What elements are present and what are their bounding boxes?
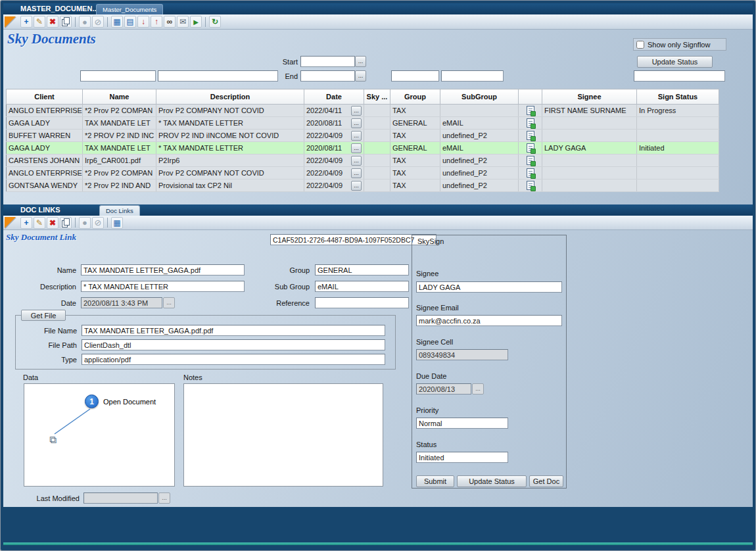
column-header-doc[interactable] xyxy=(519,89,542,105)
last-modified-picker-button[interactable]: ... xyxy=(158,492,170,504)
column-header-signee[interactable]: Signee xyxy=(542,89,637,105)
notes-textarea[interactable] xyxy=(183,383,383,487)
column-header-client[interactable]: Client xyxy=(7,89,83,105)
grid-view-icon[interactable]: ▦ xyxy=(111,16,123,28)
column-header-name[interactable]: Name xyxy=(83,89,156,105)
signee-cell-input[interactable] xyxy=(416,349,508,360)
column-header-group[interactable]: Group xyxy=(390,89,440,105)
accept-icon[interactable]: ● xyxy=(79,217,91,229)
copy-document-icon[interactable]: ⧉ xyxy=(49,434,57,446)
edit-icon[interactable]: ✎ xyxy=(34,217,45,229)
end-date-picker-button[interactable]: ... xyxy=(355,70,366,82)
annotation-connector-line xyxy=(51,408,94,437)
open-document-icon[interactable] xyxy=(527,106,534,115)
date-picker-button[interactable]: ... xyxy=(351,181,362,191)
date-picker-button[interactable]: ... xyxy=(351,106,362,116)
copy-icon[interactable] xyxy=(60,16,72,28)
tab-master-documents[interactable]: Master_Documents xyxy=(96,4,163,14)
table-row[interactable]: BUFFET WARREN *2 PROV P2 IND INC PROV P2… xyxy=(7,130,719,142)
cell-doc xyxy=(519,130,542,142)
open-document-icon[interactable] xyxy=(527,181,534,190)
cell-subgroup: eMAIL xyxy=(440,117,519,130)
table-row[interactable]: ANGLO ENTERPRISE *2 Prov P2 COMPAN Prov … xyxy=(7,105,719,117)
open-document-icon[interactable] xyxy=(527,118,534,128)
cancel-icon[interactable]: ⊘ xyxy=(92,217,104,229)
refresh-icon[interactable]: ↻ xyxy=(209,16,221,28)
date-picker-button[interactable]: ... xyxy=(351,168,362,178)
cell-group: GENERAL xyxy=(390,117,440,130)
end-date-input[interactable] xyxy=(300,70,355,82)
table-row[interactable]: GAGA LADY TAX MANDATE LET * TAX MANDATE … xyxy=(7,117,719,130)
description-input[interactable] xyxy=(81,281,245,292)
name-input[interactable] xyxy=(81,264,245,276)
update-status-button[interactable]: Update Status xyxy=(637,56,713,68)
tab-doc-links[interactable]: Doc Links xyxy=(99,205,140,216)
get-file-button[interactable]: Get File xyxy=(21,310,66,321)
table-row[interactable]: GONTSANA WENDY *2 Prov P2 IND AND Provis… xyxy=(7,180,719,192)
new-document-icon[interactable]: + xyxy=(20,16,32,28)
date-input[interactable] xyxy=(81,297,162,308)
table-row[interactable]: ANGLO ENTERPRISE *2 Prov P2 COMPAN Prov … xyxy=(7,167,719,180)
date-picker-button[interactable]: ... xyxy=(351,118,362,128)
file-name-input[interactable] xyxy=(82,325,385,336)
column-header-date[interactable]: Date xyxy=(304,89,364,105)
edit-icon[interactable]: ✎ xyxy=(34,16,45,28)
cell-date: 2020/08/11... xyxy=(304,117,364,130)
reference-input[interactable] xyxy=(315,297,409,308)
column-header-sky[interactable]: Sky ... xyxy=(364,89,390,105)
date-picker-button[interactable]: ... xyxy=(351,156,362,166)
date-picker-button[interactable]: ... xyxy=(351,143,362,153)
new-document-icon[interactable]: + xyxy=(20,217,32,229)
last-modified-input[interactable] xyxy=(83,492,158,504)
send-icon[interactable]: ▶ xyxy=(190,16,202,28)
signflow-group: Show only Signflow xyxy=(633,38,726,51)
column-header-subgroup[interactable]: SubGroup xyxy=(440,89,519,105)
grid-view-icon[interactable]: ▦ xyxy=(111,217,123,229)
filter-signstatus-input[interactable] xyxy=(634,70,725,82)
cell-sky xyxy=(364,117,390,130)
file-path-input[interactable] xyxy=(82,339,385,350)
priority-input[interactable] xyxy=(416,418,508,429)
due-date-picker-button[interactable]: ... xyxy=(472,383,484,395)
date-value: 2022/04/09 xyxy=(306,132,343,139)
filter-name-input[interactable] xyxy=(80,70,156,82)
type-input[interactable] xyxy=(82,354,385,365)
find-icon[interactable]: ∞ xyxy=(164,16,176,28)
open-document-icon[interactable] xyxy=(527,156,534,165)
open-document-icon[interactable] xyxy=(527,131,534,140)
start-date-picker-button[interactable]: ... xyxy=(355,56,366,67)
status-input[interactable] xyxy=(416,452,508,463)
column-header-sign-status[interactable]: Sign Status xyxy=(637,89,719,105)
subgroup-input[interactable] xyxy=(315,281,409,292)
cell-sign-status xyxy=(637,130,719,142)
open-document-icon[interactable] xyxy=(527,143,534,153)
skysign-update-status-button[interactable]: Update Status xyxy=(457,475,527,487)
filter-description-input[interactable] xyxy=(158,70,278,82)
open-document-icon[interactable] xyxy=(527,168,534,178)
submit-button[interactable]: Submit xyxy=(416,475,454,487)
accept-icon[interactable]: ● xyxy=(79,16,91,28)
import-icon[interactable]: ↑ xyxy=(151,16,162,28)
delete-icon[interactable]: ✖ xyxy=(47,16,59,28)
card-view-icon[interactable]: ▤ xyxy=(124,16,136,28)
data-dropzone[interactable]: 1 Open Document ⧉ xyxy=(24,383,175,487)
date-picker-button[interactable]: ... xyxy=(351,131,362,141)
filter-subgroup-input[interactable] xyxy=(441,70,504,82)
group-input[interactable] xyxy=(315,264,409,276)
copy-icon[interactable] xyxy=(60,217,72,229)
mail-icon[interactable]: ✉ xyxy=(177,16,189,28)
show-only-signflow-checkbox[interactable] xyxy=(636,41,644,49)
filter-group-input[interactable] xyxy=(391,70,439,82)
export-icon[interactable]: ↓ xyxy=(137,16,149,28)
start-date-input[interactable] xyxy=(300,56,355,67)
delete-icon[interactable]: ✖ xyxy=(47,217,59,229)
column-header-description[interactable]: Description xyxy=(156,89,304,105)
signee-input[interactable] xyxy=(416,281,562,293)
signee-email-input[interactable] xyxy=(416,315,562,326)
get-doc-button[interactable]: Get Doc xyxy=(529,475,563,487)
date-picker-button[interactable]: ... xyxy=(163,297,175,308)
table-row[interactable]: GAGA LADY TAX MANDATE LET * TAX MANDATE … xyxy=(7,142,719,155)
table-row[interactable]: CARSTENS JOHANN Irp6_CAR001.pdf P2Irp6 2… xyxy=(7,155,719,167)
cancel-icon[interactable]: ⊘ xyxy=(92,16,104,28)
due-date-input[interactable] xyxy=(416,383,471,395)
